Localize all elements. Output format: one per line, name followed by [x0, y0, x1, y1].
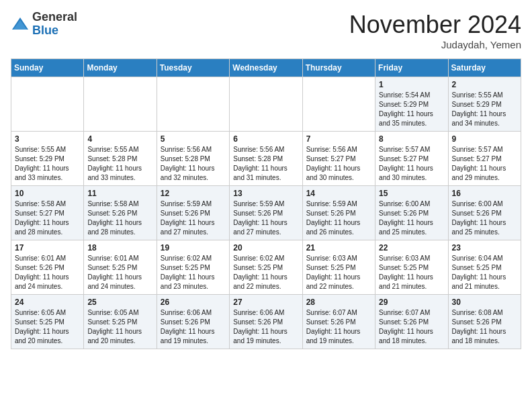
day-info: Sunrise: 5:56 AM Sunset: 5:27 PM Dayligh… [306, 145, 371, 183]
weekday-header-cell: Sunday [11, 59, 84, 77]
day-info: Sunrise: 6:05 AM Sunset: 5:25 PM Dayligh… [87, 308, 152, 346]
day-number: 15 [379, 189, 444, 198]
weekday-header-cell: Saturday [448, 59, 521, 77]
day-info: Sunrise: 6:00 AM Sunset: 5:26 PM Dayligh… [379, 199, 444, 237]
weekday-header-cell: Monday [84, 59, 157, 77]
weekday-header-row: SundayMondayTuesdayWednesdayThursdayFrid… [11, 59, 521, 77]
calendar-week-row: 3Sunrise: 5:55 AM Sunset: 5:29 PM Daylig… [11, 132, 521, 186]
calendar-day-cell: 9Sunrise: 5:57 AM Sunset: 5:27 PM Daylig… [448, 132, 521, 186]
calendar-day-cell: 30Sunrise: 6:08 AM Sunset: 5:26 PM Dayli… [448, 295, 521, 349]
day-info: Sunrise: 6:07 AM Sunset: 5:26 PM Dayligh… [306, 308, 371, 346]
calendar-day-cell: 24Sunrise: 6:05 AM Sunset: 5:25 PM Dayli… [11, 295, 84, 349]
day-number: 23 [452, 243, 517, 253]
day-info: Sunrise: 5:56 AM Sunset: 5:28 PM Dayligh… [161, 145, 226, 183]
logo-icon [11, 15, 30, 34]
calendar-day-cell: 18Sunrise: 6:01 AM Sunset: 5:25 PM Dayli… [84, 240, 157, 295]
calendar-day-cell: 12Sunrise: 5:59 AM Sunset: 5:26 PM Dayli… [157, 186, 229, 240]
calendar-week-row: 1Sunrise: 5:54 AM Sunset: 5:29 PM Daylig… [11, 77, 521, 132]
calendar-day-cell: 1Sunrise: 5:54 AM Sunset: 5:29 PM Daylig… [375, 77, 448, 132]
day-number: 11 [87, 189, 152, 198]
calendar-day-cell: 10Sunrise: 5:58 AM Sunset: 5:27 PM Dayli… [11, 186, 84, 240]
location-subtitle: Judaydah, Yemen [349, 39, 521, 50]
calendar-day-cell: 19Sunrise: 6:02 AM Sunset: 5:25 PM Dayli… [157, 240, 229, 295]
title-block: November 2024 Judaydah, Yemen [349, 11, 521, 50]
calendar-day-cell: 14Sunrise: 5:59 AM Sunset: 5:26 PM Dayli… [302, 186, 375, 240]
day-info: Sunrise: 6:08 AM Sunset: 5:26 PM Dayligh… [452, 308, 517, 346]
calendar-day-cell: 17Sunrise: 6:01 AM Sunset: 5:26 PM Dayli… [11, 240, 84, 295]
calendar-day-cell: 8Sunrise: 5:57 AM Sunset: 5:27 PM Daylig… [375, 132, 448, 186]
day-number: 25 [87, 298, 152, 307]
day-number: 7 [306, 134, 371, 144]
logo-general-text: General [32, 11, 77, 24]
calendar-day-cell: 29Sunrise: 6:07 AM Sunset: 5:26 PM Dayli… [375, 295, 448, 349]
day-number: 14 [306, 189, 371, 198]
calendar-day-cell: 13Sunrise: 5:59 AM Sunset: 5:26 PM Dayli… [230, 186, 302, 240]
calendar-week-row: 17Sunrise: 6:01 AM Sunset: 5:26 PM Dayli… [11, 240, 521, 295]
day-info: Sunrise: 6:07 AM Sunset: 5:26 PM Dayligh… [379, 308, 444, 346]
day-number: 29 [379, 298, 444, 307]
day-number: 16 [452, 189, 517, 198]
day-number: 17 [15, 243, 80, 253]
day-number: 6 [233, 134, 298, 144]
calendar-day-cell: 2Sunrise: 5:55 AM Sunset: 5:29 PM Daylig… [448, 77, 521, 132]
day-info: Sunrise: 5:59 AM Sunset: 5:26 PM Dayligh… [306, 199, 371, 237]
day-info: Sunrise: 5:55 AM Sunset: 5:29 PM Dayligh… [452, 91, 517, 128]
month-title: November 2024 [349, 11, 521, 39]
day-info: Sunrise: 5:57 AM Sunset: 5:27 PM Dayligh… [379, 145, 444, 183]
day-info: Sunrise: 5:59 AM Sunset: 5:26 PM Dayligh… [161, 199, 226, 237]
day-number: 18 [87, 243, 152, 253]
calendar-day-cell: 4Sunrise: 5:55 AM Sunset: 5:28 PM Daylig… [84, 132, 157, 186]
day-number: 10 [15, 189, 80, 198]
day-info: Sunrise: 5:59 AM Sunset: 5:26 PM Dayligh… [233, 199, 298, 237]
calendar-day-cell: 11Sunrise: 5:58 AM Sunset: 5:26 PM Dayli… [84, 186, 157, 240]
day-number: 12 [161, 189, 226, 198]
day-info: Sunrise: 5:58 AM Sunset: 5:26 PM Dayligh… [87, 199, 152, 237]
calendar-day-cell: 27Sunrise: 6:06 AM Sunset: 5:26 PM Dayli… [230, 295, 302, 349]
day-info: Sunrise: 6:02 AM Sunset: 5:25 PM Dayligh… [161, 254, 226, 291]
weekday-header-cell: Friday [375, 59, 448, 77]
day-info: Sunrise: 5:55 AM Sunset: 5:29 PM Dayligh… [15, 145, 80, 183]
calendar-day-cell: 26Sunrise: 6:06 AM Sunset: 5:26 PM Dayli… [157, 295, 229, 349]
day-info: Sunrise: 6:05 AM Sunset: 5:25 PM Dayligh… [15, 308, 80, 346]
day-info: Sunrise: 6:02 AM Sunset: 5:25 PM Dayligh… [233, 254, 298, 291]
day-number: 2 [452, 80, 517, 89]
day-info: Sunrise: 6:01 AM Sunset: 5:25 PM Dayligh… [87, 254, 152, 291]
weekday-header-cell: Thursday [302, 59, 375, 77]
day-number: 28 [306, 298, 371, 307]
day-info: Sunrise: 6:04 AM Sunset: 5:25 PM Dayligh… [452, 254, 517, 291]
day-info: Sunrise: 5:54 AM Sunset: 5:29 PM Dayligh… [379, 91, 444, 128]
day-number: 22 [379, 243, 444, 253]
day-number: 27 [233, 298, 298, 307]
day-number: 1 [379, 80, 444, 89]
calendar-day-cell [84, 77, 157, 132]
calendar-day-cell [157, 77, 229, 132]
calendar-day-cell: 15Sunrise: 6:00 AM Sunset: 5:26 PM Dayli… [375, 186, 448, 240]
calendar-day-cell [302, 77, 375, 132]
calendar-day-cell: 23Sunrise: 6:04 AM Sunset: 5:25 PM Dayli… [448, 240, 521, 295]
day-number: 19 [161, 243, 226, 253]
day-number: 30 [452, 298, 517, 307]
calendar-week-row: 10Sunrise: 5:58 AM Sunset: 5:27 PM Dayli… [11, 186, 521, 240]
calendar-day-cell: 28Sunrise: 6:07 AM Sunset: 5:26 PM Dayli… [302, 295, 375, 349]
weekday-header-cell: Wednesday [230, 59, 302, 77]
page-header: General Blue November 2024 Judaydah, Yem… [11, 11, 521, 50]
day-info: Sunrise: 5:57 AM Sunset: 5:27 PM Dayligh… [452, 145, 517, 183]
calendar-body: 1Sunrise: 5:54 AM Sunset: 5:29 PM Daylig… [11, 77, 521, 349]
calendar-day-cell: 5Sunrise: 5:56 AM Sunset: 5:28 PM Daylig… [157, 132, 229, 186]
day-info: Sunrise: 5:56 AM Sunset: 5:28 PM Dayligh… [233, 145, 298, 183]
calendar-day-cell: 25Sunrise: 6:05 AM Sunset: 5:25 PM Dayli… [84, 295, 157, 349]
day-number: 21 [306, 243, 371, 253]
logo-blue-text: Blue [32, 24, 77, 38]
day-info: Sunrise: 6:06 AM Sunset: 5:26 PM Dayligh… [161, 308, 226, 346]
day-info: Sunrise: 6:03 AM Sunset: 5:25 PM Dayligh… [306, 254, 371, 291]
calendar-day-cell: 6Sunrise: 5:56 AM Sunset: 5:28 PM Daylig… [230, 132, 302, 186]
day-info: Sunrise: 6:00 AM Sunset: 5:26 PM Dayligh… [452, 199, 517, 237]
day-number: 4 [87, 134, 152, 144]
weekday-header-cell: Tuesday [157, 59, 229, 77]
calendar-table: SundayMondayTuesdayWednesdayThursdayFrid… [11, 58, 521, 349]
logo: General Blue [11, 11, 77, 38]
calendar-day-cell: 16Sunrise: 6:00 AM Sunset: 5:26 PM Dayli… [448, 186, 521, 240]
day-info: Sunrise: 5:58 AM Sunset: 5:27 PM Dayligh… [15, 199, 80, 237]
day-info: Sunrise: 6:03 AM Sunset: 5:25 PM Dayligh… [379, 254, 444, 291]
day-number: 9 [452, 134, 517, 144]
